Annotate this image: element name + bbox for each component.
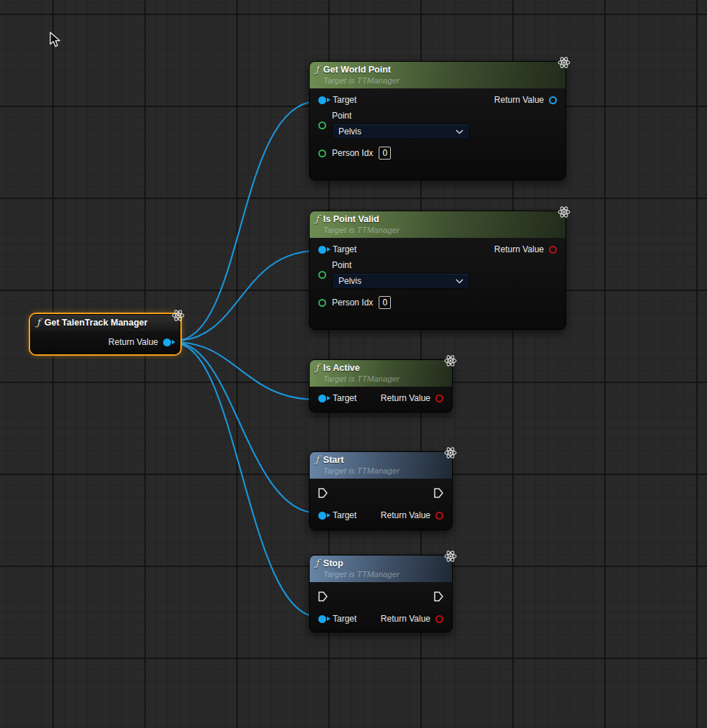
atom-badge-icon bbox=[443, 354, 458, 368]
pin-label: Return Value bbox=[108, 337, 158, 347]
person-idx-input-pin[interactable] bbox=[318, 299, 326, 307]
exec-in-pin[interactable] bbox=[318, 487, 328, 502]
atom-badge-icon bbox=[443, 549, 458, 563]
return-value-output-pin[interactable] bbox=[549, 96, 557, 104]
function-icon: ƒ bbox=[37, 317, 40, 328]
exec-out-pin[interactable] bbox=[433, 487, 444, 502]
target-input-pin[interactable] bbox=[318, 246, 326, 254]
node-subtitle: Target is TTManager bbox=[323, 75, 399, 86]
function-icon: ƒ bbox=[315, 454, 319, 466]
point-enum-dropdown[interactable]: Pelvis bbox=[332, 124, 470, 139]
dropdown-value: Pelvis bbox=[338, 276, 361, 286]
node-title: Stop bbox=[323, 558, 399, 569]
node-subtitle: Target is TTManager bbox=[323, 225, 399, 235]
dropdown-value: Pelvis bbox=[338, 126, 361, 137]
pin-label: Target bbox=[333, 95, 356, 105]
node-subtitle: Target is TTManager bbox=[323, 466, 399, 476]
node-is-point-valid[interactable]: ƒ Is Point Valid Target is TTManager Tar… bbox=[309, 211, 566, 330]
exec-out-pin[interactable] bbox=[433, 591, 444, 605]
atom-badge-icon bbox=[557, 55, 571, 70]
pin-label: Return Value bbox=[381, 614, 430, 624]
return-value-output-pin[interactable] bbox=[435, 615, 443, 623]
node-header: ƒ Is Point Valid Target is TTManager bbox=[310, 211, 565, 238]
person-idx-input[interactable]: 0 bbox=[379, 296, 391, 309]
atom-badge-icon bbox=[443, 446, 458, 460]
node-header: ƒ Get World Point Target is TTManager bbox=[310, 62, 565, 88]
return-value-output-pin[interactable] bbox=[549, 246, 557, 254]
pin-label: Return Value bbox=[494, 95, 544, 105]
node-header: ƒ Get TalenTrack Manager bbox=[31, 315, 180, 331]
pin-label: Point bbox=[332, 111, 470, 121]
node-title: Get TalenTrack Manager bbox=[45, 317, 148, 328]
return-value-output-pin[interactable] bbox=[435, 512, 443, 520]
atom-badge-icon bbox=[171, 308, 185, 323]
wire-connection[interactable] bbox=[177, 343, 318, 513]
return-value-output-pin[interactable] bbox=[435, 395, 443, 402]
node-header: ƒ Start Target is TTManager bbox=[310, 452, 452, 479]
pin-label: Target bbox=[333, 510, 356, 520]
node-start[interactable]: ƒ Start Target is TTManager Target Retur… bbox=[309, 451, 453, 530]
function-icon: ƒ bbox=[315, 213, 319, 225]
point-input-pin[interactable] bbox=[318, 121, 326, 129]
target-input-pin[interactable] bbox=[318, 96, 326, 104]
node-get-talentrack-manager[interactable]: ƒ Get TalenTrack Manager Return Value bbox=[30, 314, 180, 354]
node-title: Start bbox=[323, 454, 399, 466]
point-input-pin[interactable] bbox=[318, 271, 326, 279]
node-title: Is Active bbox=[323, 362, 399, 374]
pin-label: Point bbox=[332, 260, 470, 270]
mouse-cursor bbox=[49, 32, 61, 51]
graph-canvas[interactable]: ƒ Get TalenTrack Manager Return Value ƒ … bbox=[0, 0, 707, 728]
exec-in-pin[interactable] bbox=[318, 591, 328, 605]
wire-connection[interactable] bbox=[177, 101, 318, 341]
target-input-pin[interactable] bbox=[318, 615, 326, 623]
node-subtitle: Target is TTManager bbox=[323, 569, 399, 579]
pin-label: Person Idx bbox=[332, 148, 373, 158]
point-enum-dropdown[interactable]: Pelvis bbox=[332, 273, 470, 289]
wire-connection[interactable] bbox=[177, 344, 318, 617]
wire-connection[interactable] bbox=[177, 342, 318, 400]
node-header: ƒ Is Active Target is TTManager bbox=[310, 360, 452, 387]
pin-label: Return Value bbox=[381, 393, 430, 403]
person-idx-input-pin[interactable] bbox=[318, 149, 326, 157]
pin-label: Target bbox=[333, 614, 356, 624]
node-title: Get World Point bbox=[323, 64, 399, 75]
function-icon: ƒ bbox=[315, 64, 319, 75]
node-header: ƒ Stop Target is TTManager bbox=[310, 556, 452, 582]
function-icon: ƒ bbox=[315, 558, 319, 569]
pin-label: Return Value bbox=[494, 244, 544, 254]
chevron-down-icon bbox=[456, 126, 463, 137]
atom-badge-icon bbox=[557, 205, 571, 219]
function-icon: ƒ bbox=[315, 362, 319, 374]
chevron-down-icon bbox=[456, 276, 463, 286]
target-input-pin[interactable] bbox=[318, 395, 326, 402]
node-title: Is Point Valid bbox=[323, 213, 399, 225]
pin-label: Target bbox=[333, 393, 356, 403]
return-value-output-pin[interactable] bbox=[163, 338, 171, 346]
node-stop[interactable]: ƒ Stop Target is TTManager Target Return… bbox=[309, 555, 453, 632]
pin-label: Return Value bbox=[381, 510, 430, 520]
pin-label: Target bbox=[333, 244, 356, 254]
person-idx-input[interactable]: 0 bbox=[379, 147, 391, 160]
node-is-active[interactable]: ƒ Is Active Target is TTManager Target R… bbox=[309, 359, 453, 413]
pin-label: Person Idx bbox=[332, 298, 373, 308]
target-input-pin[interactable] bbox=[318, 512, 326, 520]
wire-connection[interactable] bbox=[177, 251, 318, 341]
node-subtitle: Target is TTManager bbox=[323, 374, 399, 384]
node-get-world-point[interactable]: ƒ Get World Point Target is TTManager Ta… bbox=[309, 61, 566, 180]
